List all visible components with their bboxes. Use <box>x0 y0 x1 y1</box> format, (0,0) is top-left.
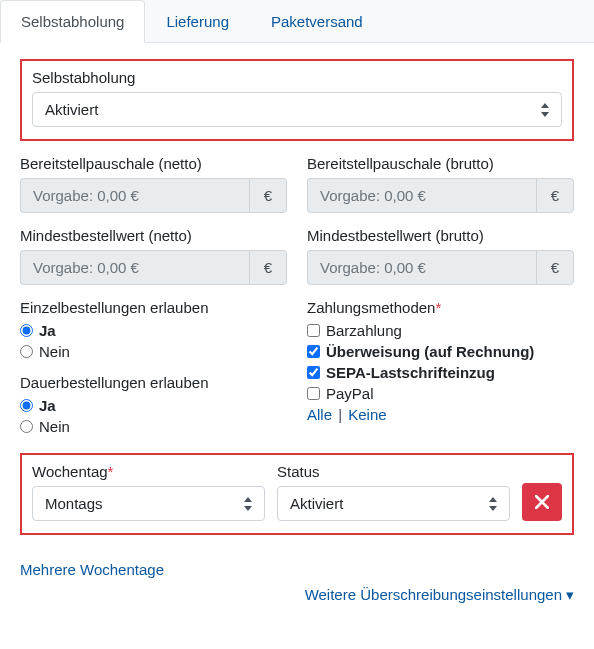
recurring-yes-label: Ja <box>39 397 56 414</box>
bp-netto-input[interactable] <box>20 178 249 213</box>
mov-netto-input[interactable] <box>20 250 249 285</box>
payment-paypal-checkbox[interactable] <box>307 387 320 400</box>
payment-barzahlung-checkbox[interactable] <box>307 324 320 337</box>
single-no-radio[interactable] <box>20 345 33 358</box>
bp-netto-label: Bereitstellpauschale (netto) <box>20 155 287 172</box>
payment-ueberweisung-checkbox[interactable] <box>307 345 320 358</box>
caret-down-icon: ▾ <box>566 586 574 604</box>
single-orders-label: Einzelbestellungen erlauben <box>20 299 287 316</box>
highlight-selbstabholung: Selbstabholung Aktiviert <box>20 59 574 141</box>
payment-ueberweisung-label: Überweisung (auf Rechnung) <box>326 343 534 360</box>
payments-none-link[interactable]: Keine <box>348 406 386 423</box>
multiple-weekdays-link[interactable]: Mehrere Wochentage <box>0 561 164 578</box>
mov-netto-label: Mindestbestellwert (netto) <box>20 227 287 244</box>
payments-all-link[interactable]: Alle <box>307 406 332 423</box>
separator: | <box>334 406 346 423</box>
tab-paketversand[interactable]: Paketversand <box>250 0 384 43</box>
recurring-yes-radio[interactable] <box>20 399 33 412</box>
status-select[interactable]: Aktiviert <box>277 486 510 521</box>
weekday-select[interactable]: Montags <box>32 486 265 521</box>
recurring-no-label: Nein <box>39 418 70 435</box>
more-overrides-link[interactable]: Weitere Überschreibungseinstellungen▾ <box>305 586 574 603</box>
status-label: Status <box>277 463 510 480</box>
single-yes-label: Ja <box>39 322 56 339</box>
mov-brutto-label: Mindestbestellwert (brutto) <box>307 227 574 244</box>
tab-bar: Selbstabholung Lieferung Paketversand <box>0 0 594 43</box>
euro-addon: € <box>249 178 287 213</box>
mov-brutto-input[interactable] <box>307 250 536 285</box>
tab-selbstabholung[interactable]: Selbstabholung <box>0 0 145 43</box>
recurring-orders-label: Dauerbestellungen erlauben <box>20 374 287 391</box>
weekday-label: Wochentag* <box>32 463 265 480</box>
bp-brutto-label: Bereitstellpauschale (brutto) <box>307 155 574 172</box>
euro-addon: € <box>249 250 287 285</box>
euro-addon: € <box>536 178 574 213</box>
selbstabholung-label: Selbstabholung <box>32 69 562 86</box>
panel: Selbstabholung Aktiviert Bereitstellpaus… <box>0 43 594 555</box>
delete-button[interactable] <box>522 483 562 521</box>
recurring-no-radio[interactable] <box>20 420 33 433</box>
tab-lieferung[interactable]: Lieferung <box>145 0 250 43</box>
bp-brutto-input[interactable] <box>307 178 536 213</box>
payment-paypal-label: PayPal <box>326 385 374 402</box>
euro-addon: € <box>536 250 574 285</box>
payment-barzahlung-label: Barzahlung <box>326 322 402 339</box>
payment-sepa-label: SEPA-Lastschrifteinzug <box>326 364 495 381</box>
single-no-label: Nein <box>39 343 70 360</box>
single-yes-radio[interactable] <box>20 324 33 337</box>
selbstabholung-select[interactable]: Aktiviert <box>32 92 562 127</box>
payment-sepa-checkbox[interactable] <box>307 366 320 379</box>
highlight-weekday: Wochentag* Montags Status Aktiviert <box>20 453 574 535</box>
payments-label: Zahlungsmethoden* <box>307 299 574 316</box>
close-icon <box>535 495 549 509</box>
